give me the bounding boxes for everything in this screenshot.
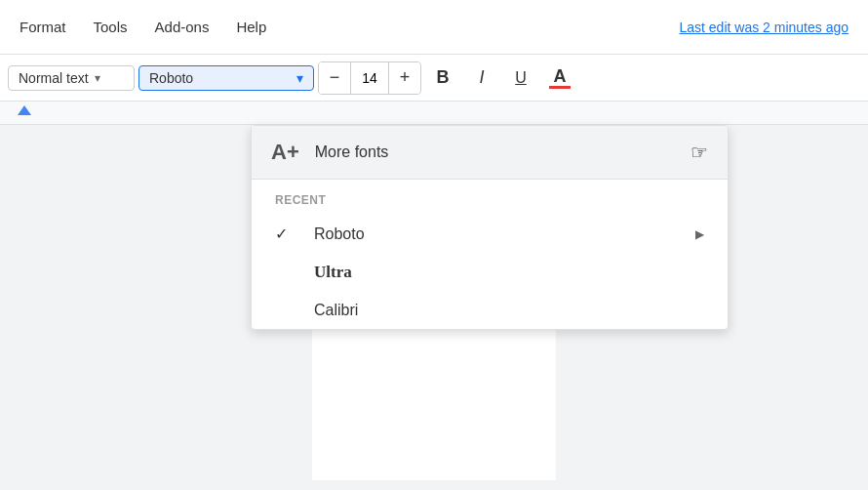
cursor-hand-icon: ☞: [690, 141, 708, 164]
menu-bar: Format Tools Add-ons Help Last edit was …: [0, 0, 868, 55]
font-label: Roboto: [149, 70, 193, 86]
font-panel: A+ More fonts ☞ RECENT ✓ Roboto ▶ Ultra …: [251, 125, 729, 330]
font-name-calibri: Calibri: [314, 302, 704, 319]
color-bar: [549, 86, 571, 89]
style-dropdown[interactable]: Normal text ▾: [8, 65, 135, 91]
bold-button[interactable]: B: [425, 61, 460, 96]
font-name-ultra: Ultra: [314, 263, 704, 282]
style-chevron-icon: ▾: [95, 71, 100, 85]
last-edit-status: Last edit was 2 minutes ago: [679, 20, 860, 35]
font-item-ultra[interactable]: Ultra: [252, 253, 728, 292]
underline-icon: U: [515, 69, 527, 87]
recent-section-header: RECENT: [252, 180, 728, 215]
font-chevron-icon: ▾: [296, 70, 303, 86]
submenu-arrow-icon: ▶: [695, 227, 704, 241]
font-item-roboto[interactable]: ✓ Roboto ▶: [252, 215, 728, 253]
font-size-value[interactable]: 14: [350, 62, 389, 94]
ruler-marker: [18, 105, 31, 115]
more-fonts-label: More fonts: [315, 143, 389, 161]
text-color-button[interactable]: A: [542, 61, 577, 96]
font-item-calibri[interactable]: Calibri: [252, 292, 728, 329]
underline-button[interactable]: U: [503, 61, 538, 96]
menu-addons[interactable]: Add-ons: [143, 11, 221, 43]
text-color-icon: A: [549, 67, 571, 89]
font-size-decrease-button[interactable]: −: [319, 62, 350, 94]
toolbar: Normal text ▾ Roboto ▾ − 14 + B I U A: [0, 55, 868, 102]
ruler: [0, 102, 868, 125]
fonts-icon: A+: [271, 140, 299, 165]
font-size-control: − 14 +: [318, 61, 421, 95]
italic-button[interactable]: I: [464, 61, 499, 96]
menu-tools[interactable]: Tools: [82, 11, 139, 43]
ruler-content: [0, 102, 868, 124]
font-name-roboto: Roboto: [314, 225, 676, 243]
font-dropdown[interactable]: Roboto ▾: [138, 65, 314, 91]
font-size-increase-button[interactable]: +: [389, 62, 420, 94]
style-label: Normal text: [19, 70, 89, 86]
menu-help[interactable]: Help: [224, 11, 278, 43]
menu-format[interactable]: Format: [8, 11, 78, 43]
more-fonts-button[interactable]: A+ More fonts ☞: [252, 126, 728, 179]
checkmark-icon: ✓: [275, 225, 295, 243]
